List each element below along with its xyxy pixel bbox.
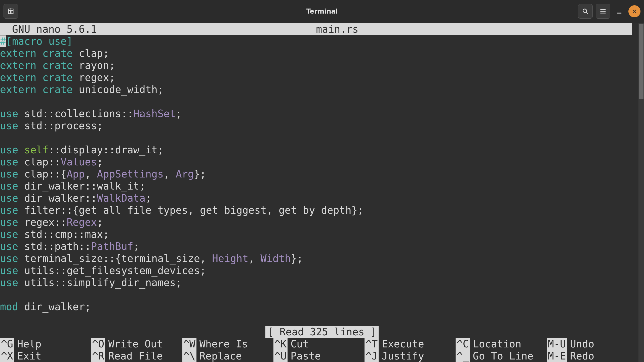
hamburger-menu-button[interactable]	[596, 4, 610, 19]
code-token: ;	[145, 192, 151, 204]
new-tab-button[interactable]	[4, 4, 18, 19]
shortcut-key: ^T	[365, 338, 379, 350]
code-token: PathBuf	[91, 241, 133, 252]
shortcut-key: ^J	[365, 350, 379, 362]
scrollbar-thumb[interactable]	[639, 24, 643, 99]
code-line: use filter::{get_all_file_types, get_big…	[0, 204, 638, 216]
code-token: utils::simplify_dir_names;	[18, 277, 182, 288]
code-line: use regex::Regex;	[0, 216, 638, 228]
shortcut-label: Go To Line	[473, 350, 534, 362]
code-token: ::display::draw_it;	[49, 144, 164, 156]
shortcut-label: Undo	[570, 338, 594, 350]
code-token: use	[0, 180, 18, 192]
code-token: Width	[261, 253, 291, 264]
close-button[interactable]	[628, 5, 640, 17]
shortcut-label: Read File	[108, 350, 163, 362]
code-token: std::path::	[18, 241, 91, 252]
code-line: extern crate unicode_width;	[0, 83, 638, 96]
code-token: ;	[97, 156, 103, 168]
code-token: use	[0, 144, 18, 156]
code-token: use	[0, 253, 18, 264]
scrollbar[interactable]	[638, 23, 644, 362]
shortcut-label: Replace	[199, 350, 242, 362]
code-line: extern crate rayon;	[0, 59, 638, 71]
code-token: unicode_width;	[73, 84, 164, 95]
code-line	[0, 289, 638, 301]
code-token: WalkData	[97, 192, 145, 204]
shortcut-key: ^U	[273, 350, 288, 362]
shortcut-label: Cut	[291, 338, 309, 350]
code-token: use	[0, 204, 18, 216]
nano-status-line: [ Read 325 lines ]	[0, 326, 644, 338]
code-token: utils::get_filesystem_devices;	[18, 265, 206, 276]
shortcut-key: ^O	[91, 338, 105, 350]
terminal-content[interactable]: GNU nano 5.6.1 main.rs #[macro_use]exter…	[0, 23, 644, 362]
code-line: use utils::get_filesystem_devices;	[0, 264, 638, 277]
minimize-button[interactable]	[613, 5, 625, 17]
code-token	[18, 144, 24, 156]
code-token: use	[0, 229, 18, 240]
code-token: AppSettings	[97, 168, 164, 180]
shortcut-label: Location	[473, 338, 521, 350]
code-token: ,	[85, 168, 97, 180]
code-line: extern crate regex;	[0, 71, 638, 83]
code-token: filter::{get_all_file_types, get_biggest…	[18, 204, 364, 216]
shortcut-item: ^JJustify	[365, 350, 456, 362]
code-token: clap;	[73, 48, 109, 59]
code-token: use	[0, 108, 18, 119]
code-line: use dir_walker::walk_it;	[0, 180, 638, 192]
code-token: #	[0, 35, 6, 47]
code-line: use utils::simplify_dir_names;	[0, 277, 638, 289]
code-token: use	[0, 156, 18, 168]
code-token: dir_walker::walk_it;	[18, 180, 145, 192]
code-token: App	[67, 168, 85, 180]
search-button[interactable]	[578, 4, 593, 19]
shortcut-item: ^OWrite Out	[91, 338, 182, 350]
code-line: use terminal_size::{terminal_size, Heigh…	[0, 252, 638, 264]
shortcut-item: ^WWhere Is	[182, 338, 273, 350]
code-token: ;	[97, 216, 103, 228]
code-line	[0, 96, 638, 108]
code-line: use std::cmp::max;	[0, 228, 638, 240]
code-token: ,	[164, 168, 176, 180]
shortcut-key: M-U	[547, 338, 567, 350]
shortcut-key: ^K	[273, 338, 288, 350]
shortcut-item: ^\Replace	[182, 350, 273, 362]
code-token: rayon;	[73, 60, 115, 71]
code-line: use std::collections::HashSet;	[0, 108, 638, 120]
shortcut-label: Write Out	[108, 338, 163, 350]
code-token: terminal_size::{terminal_size,	[18, 253, 212, 264]
code-token: std::collections::	[18, 108, 133, 119]
code-line: #[macro_use]	[0, 35, 638, 47]
code-line: use std::process;	[0, 120, 638, 132]
code-token: [macro_use]	[6, 35, 73, 47]
code-token: use	[0, 216, 18, 228]
shortcut-item: ^XExit	[0, 350, 91, 362]
code-token: extern crate	[0, 60, 73, 71]
code-line: extern crate clap;	[0, 47, 638, 59]
editor-area[interactable]: #[macro_use]extern crate clap;extern cra…	[0, 35, 638, 313]
code-token: clap::	[18, 156, 61, 168]
code-token: use	[0, 192, 18, 204]
code-token: std::process;	[18, 120, 103, 131]
nano-header: GNU nano 5.6.1 main.rs	[0, 23, 632, 35]
shortcut-item: ^CLocation	[456, 338, 547, 350]
code-token: self	[24, 144, 48, 156]
code-token: dir_walker;	[18, 301, 91, 312]
shortcut-key: M-E	[547, 350, 567, 362]
code-line: mod dir_walker;	[0, 301, 638, 313]
shortcut-key: ^C	[456, 338, 470, 350]
code-token: mod	[0, 301, 18, 312]
code-token: ;	[176, 108, 182, 119]
code-line: use self::display::draw_it;	[0, 144, 638, 156]
code-token: Regex	[67, 216, 97, 228]
code-token: };	[194, 168, 206, 180]
shortcut-key: ^W	[182, 338, 196, 350]
shortcut-item: M-UUndo	[547, 338, 638, 350]
code-token: extern crate	[0, 84, 73, 95]
shortcut-item: ^KCut	[273, 338, 365, 350]
code-line: use std::path::PathBuf;	[0, 240, 638, 252]
code-token: std::cmp::max;	[18, 229, 109, 240]
code-token: use	[0, 241, 18, 252]
shortcut-item: M-ERedo	[547, 350, 638, 362]
